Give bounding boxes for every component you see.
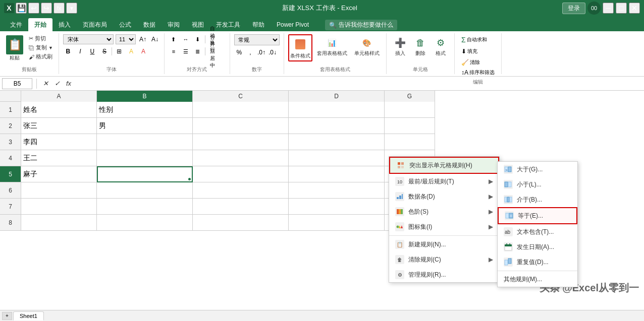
- formula-input[interactable]: [75, 78, 642, 89]
- cell-d1[interactable]: [289, 102, 385, 118]
- conditional-format-button[interactable]: 条件格式: [288, 34, 312, 61]
- fill-handle[interactable]: [188, 178, 191, 180]
- cell-d5[interactable]: [289, 166, 385, 182]
- cell-c8[interactable]: [193, 215, 289, 231]
- search-label[interactable]: 告诉我你想要做什么: [339, 21, 393, 29]
- cell-b8[interactable]: [97, 215, 193, 231]
- cell-b1[interactable]: 性别: [97, 102, 193, 118]
- menu-item-color-scale[interactable]: 色阶(S) ▶: [389, 204, 499, 219]
- tab-power-pivot[interactable]: Power Pivot: [271, 18, 315, 31]
- submenu-item-text-contains[interactable]: ab 文本包含(T)...: [498, 224, 577, 239]
- cell-d7[interactable]: [289, 199, 385, 215]
- col-header-b[interactable]: B: [97, 91, 193, 102]
- menu-item-clear-rule[interactable]: 🗑 清除规则(C) ▶: [389, 252, 499, 267]
- menu-item-manage-rules[interactable]: ⚙ 管理规则(R)...: [389, 267, 499, 282]
- formula-quick-btn[interactable]: fx: [53, 3, 65, 14]
- italic-btn[interactable]: I: [75, 46, 85, 56]
- cell-b6[interactable]: [97, 182, 193, 199]
- align-bottom-btn[interactable]: ⬇: [193, 34, 203, 44]
- insert-function-btn[interactable]: fx: [64, 80, 73, 87]
- tab-help[interactable]: 帮助: [246, 18, 271, 31]
- cell-g3[interactable]: [385, 134, 435, 150]
- font-color-btn[interactable]: A: [138, 46, 148, 56]
- cell-a5[interactable]: 麻子: [21, 166, 97, 182]
- paste-button[interactable]: 📋 粘贴: [4, 34, 25, 62]
- cell-b2[interactable]: 男: [97, 118, 193, 134]
- tab-data[interactable]: 数据: [137, 18, 162, 31]
- tab-file[interactable]: 文件: [4, 18, 28, 31]
- align-left-btn[interactable]: ≡: [169, 46, 179, 56]
- copy-button[interactable]: ⿻ 复制 ▼: [27, 43, 55, 52]
- cell-a7[interactable]: [21, 199, 97, 215]
- font-name-select[interactable]: 宋体: [63, 34, 114, 44]
- sheet-tab-1[interactable]: Sheet1: [13, 311, 44, 320]
- cell-reference-box[interactable]: [2, 78, 32, 89]
- merge-cells-btn[interactable]: 合并后居中: [207, 46, 218, 56]
- login-button[interactable]: 登录: [562, 3, 585, 14]
- cell-a6[interactable]: [21, 182, 97, 199]
- close-btn[interactable]: ✕: [629, 3, 640, 14]
- tab-page-layout[interactable]: 页面布局: [77, 18, 113, 31]
- align-top-btn[interactable]: ⬆: [169, 34, 179, 44]
- cell-c2[interactable]: [193, 118, 289, 134]
- align-center-btn[interactable]: ☰: [181, 46, 191, 56]
- cell-g1[interactable]: [385, 102, 435, 118]
- submenu-item-equal[interactable]: = 等于(E)...: [498, 207, 577, 224]
- cell-a1[interactable]: 姓名: [21, 102, 97, 118]
- align-right-btn[interactable]: ≣: [193, 46, 203, 56]
- submenu-item-more-rules[interactable]: 其他规则(M)...: [498, 272, 577, 287]
- cell-a4[interactable]: 王二: [21, 150, 97, 166]
- more-quick-btn[interactable]: ▼: [66, 3, 77, 14]
- delete-button[interactable]: 🗑 删除: [411, 34, 430, 58]
- cell-g2[interactable]: [385, 118, 435, 134]
- table-format-button[interactable]: 📊 套用表格格式: [314, 34, 350, 58]
- tab-home[interactable]: 开始: [28, 18, 52, 31]
- underline-btn[interactable]: U: [87, 46, 97, 56]
- align-middle-btn[interactable]: ↔: [181, 34, 191, 44]
- strikethrough-btn[interactable]: S: [99, 46, 110, 56]
- decrease-font-btn[interactable]: A↓: [150, 34, 160, 44]
- font-size-select[interactable]: 11: [116, 34, 136, 44]
- cell-a2[interactable]: 张三: [21, 118, 97, 134]
- cell-c3[interactable]: [193, 134, 289, 150]
- sort-filter-button[interactable]: ↕A 排序和筛选: [459, 68, 497, 78]
- menu-item-data-bars[interactable]: 数据条(D) ▶: [389, 189, 499, 204]
- cell-styles-button[interactable]: 🎨 单元格样式: [352, 34, 382, 58]
- cell-c6[interactable]: [193, 182, 289, 199]
- minimize-btn[interactable]: ─: [603, 3, 614, 14]
- fill-button[interactable]: ⬇ 填充: [459, 46, 480, 56]
- add-sheet-btn[interactable]: +: [2, 312, 12, 320]
- cell-b7[interactable]: [97, 199, 193, 215]
- insert-button[interactable]: ➕ 插入: [391, 34, 410, 58]
- col-header-d[interactable]: D: [289, 91, 385, 102]
- cut-button[interactable]: ✂ 剪切: [27, 34, 55, 43]
- tab-insert[interactable]: 插入: [52, 18, 77, 31]
- menu-item-highlight-rules[interactable]: 突出显示单元格规则(H): [389, 157, 499, 174]
- comma-btn[interactable]: ,: [245, 47, 255, 57]
- menu-item-top-bottom[interactable]: 10 最前/最后规则(T) ▶: [389, 174, 499, 189]
- cell-d3[interactable]: [289, 134, 385, 150]
- cell-d6[interactable]: [289, 182, 385, 199]
- bold-btn[interactable]: B: [63, 46, 73, 56]
- tab-view[interactable]: 视图: [186, 18, 210, 31]
- format-painter-button[interactable]: 🖌 格式刷: [27, 52, 55, 61]
- cell-c1[interactable]: [193, 102, 289, 118]
- auto-sum-button[interactable]: Σ 自动求和: [459, 34, 490, 45]
- increase-font-btn[interactable]: A↑: [138, 34, 148, 44]
- number-format-select[interactable]: 常规: [234, 34, 280, 45]
- col-header-c[interactable]: C: [193, 91, 289, 102]
- cancel-formula-btn[interactable]: ✕: [41, 80, 50, 87]
- save-quick-btn[interactable]: 💾: [16, 3, 27, 14]
- cell-c4[interactable]: [193, 150, 289, 166]
- fill-color-btn[interactable]: A: [126, 46, 136, 56]
- cell-c5[interactable]: [193, 166, 289, 182]
- format-button[interactable]: ⚙ 格式: [431, 34, 450, 58]
- increase-decimal-btn[interactable]: .0↑: [256, 47, 266, 57]
- border-btn[interactable]: ⊞: [114, 46, 124, 56]
- cell-d8[interactable]: [289, 215, 385, 231]
- cell-c7[interactable]: [193, 199, 289, 215]
- menu-item-icon-set[interactable]: 图标集(I) ▶: [389, 219, 499, 234]
- menu-item-new-rule[interactable]: 📋 新建规则(N)...: [389, 237, 499, 252]
- cell-a8[interactable]: [21, 215, 97, 231]
- submenu-item-duplicate[interactable]: 重复值(D)...: [498, 254, 577, 270]
